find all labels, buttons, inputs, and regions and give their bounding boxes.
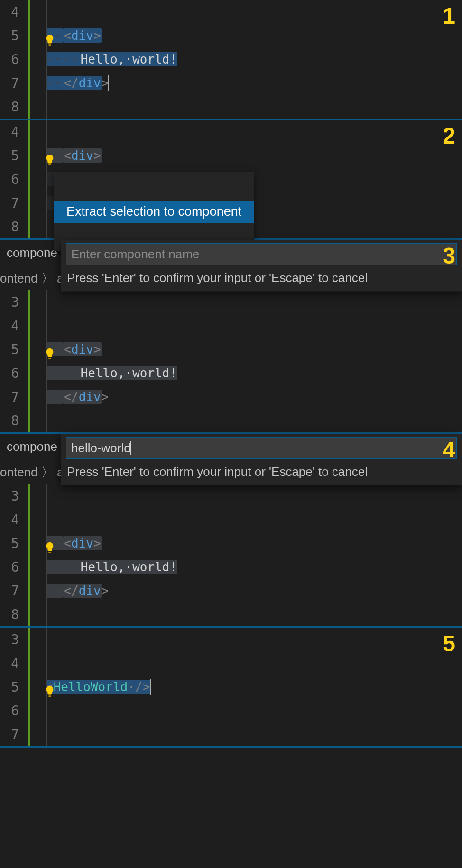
extract-to-component-action[interactable]: Extract selection to component — [54, 201, 254, 223]
text-cursor — [130, 441, 131, 455]
code-editor[interactable]: 3 4 5 6 7 <HelloWorld·/> — [0, 628, 462, 746]
line-number: 3 — [0, 294, 23, 310]
line-number: 5 — [0, 536, 23, 551]
line-number: 5 — [0, 148, 23, 164]
gutter: 3 4 5 6 7 8 — [0, 290, 46, 432]
line-number: 3 — [0, 488, 23, 504]
modified-indicator — [28, 71, 30, 95]
code-editor[interactable]: 4 5 6 7 8 ··<div> ···· Extract selection… — [0, 120, 462, 238]
line-number: 4 — [0, 124, 23, 140]
modified-indicator — [28, 338, 30, 361]
lightbulb-icon[interactable] — [45, 319, 55, 332]
code-area[interactable]: ··<div> ····Hello,·world! ··</div> — [46, 290, 462, 432]
line-number: 4 — [0, 512, 23, 528]
text-cursor — [108, 75, 109, 91]
step-number: 4 — [443, 437, 455, 463]
line-number: 5 — [0, 342, 23, 357]
line-number: 4 — [0, 656, 23, 671]
modified-indicator — [28, 508, 30, 531]
line-number: 8 — [0, 219, 23, 235]
line-number: 8 — [0, 99, 23, 115]
lightbulb-icon[interactable] — [45, 125, 55, 138]
modified-indicator — [28, 314, 30, 338]
modified-indicator — [28, 409, 30, 432]
code-action-menu: Extract selection to component — [54, 172, 254, 251]
modified-indicator — [28, 144, 30, 167]
line-number: 8 — [0, 413, 23, 429]
component-name-input[interactable]: Enter component name — [66, 243, 457, 265]
line-number: 6 — [0, 172, 23, 187]
lightbulb-icon[interactable] — [45, 657, 55, 670]
component-name-input[interactable]: hello-world — [66, 437, 457, 459]
input-hint: Press 'Enter' to confirm your input or '… — [61, 268, 462, 291]
modified-indicator — [28, 603, 30, 626]
modified-indicator — [28, 484, 30, 508]
modified-indicator — [28, 699, 30, 722]
gutter: 4 5 6 7 8 — [0, 120, 46, 238]
line-number: 5 — [0, 28, 23, 44]
line-number: 4 — [0, 4, 23, 20]
modified-indicator — [28, 215, 30, 238]
step-5-panel: 5 3 4 5 6 7 <HelloWorld·/> — [0, 628, 462, 748]
step-number: 3 — [443, 243, 455, 269]
gutter: 4 5 6 7 8 — [0, 0, 46, 119]
modified-indicator — [28, 95, 30, 119]
line-number: 5 — [0, 679, 23, 695]
step-4-panel: 4 compone ontend 〉 a hello-world Press '… — [0, 434, 462, 628]
step-3-panel: 3 compone ontend 〉 a Enter component nam… — [0, 240, 462, 434]
modified-indicator — [28, 120, 30, 144]
gutter: 3 4 5 6 7 8 — [0, 484, 46, 626]
line-number: 6 — [0, 559, 23, 575]
modified-indicator — [28, 167, 30, 191]
modified-indicator — [28, 651, 30, 675]
line-number: 8 — [0, 607, 23, 622]
modified-indicator — [28, 385, 30, 409]
line-number: 7 — [0, 389, 23, 405]
editor-tab[interactable]: compone — [0, 434, 65, 460]
line-number: 4 — [0, 318, 23, 334]
step-number: 5 — [443, 630, 455, 657]
text-cursor — [150, 679, 151, 695]
modified-indicator — [28, 675, 30, 699]
line-number: 7 — [0, 727, 23, 742]
step-number: 1 — [443, 3, 455, 29]
code-area[interactable]: ··<div> ····Hello,·world! ··</div> — [46, 0, 462, 119]
modified-indicator — [28, 722, 30, 746]
line-number: 6 — [0, 703, 23, 719]
modified-indicator — [28, 191, 30, 215]
code-area[interactable]: ··<div> ···· Extract selection to compon… — [46, 120, 462, 238]
modified-indicator — [28, 0, 30, 24]
gutter: 3 4 5 6 7 — [0, 628, 46, 746]
svg-rect-0 — [48, 44, 51, 46]
code-editor[interactable]: 3 4 5 6 7 8 ··<div> ····Hello,·world! ··… — [0, 484, 462, 626]
lightbulb-icon[interactable] — [45, 513, 55, 526]
svg-rect-2 — [48, 358, 51, 359]
modified-indicator — [28, 290, 30, 314]
svg-rect-4 — [48, 695, 51, 697]
line-number: 7 — [0, 583, 23, 599]
command-input-popup: Enter component name Press 'Enter' to co… — [61, 240, 462, 292]
lightbulb-icon[interactable] — [45, 5, 55, 18]
command-input-popup: hello-world Press 'Enter' to confirm you… — [61, 434, 462, 485]
step-number: 2 — [443, 123, 455, 149]
line-number: 3 — [0, 632, 23, 648]
modified-indicator — [28, 47, 30, 71]
svg-rect-1 — [48, 164, 51, 165]
step-1-panel: 1 4 5 6 7 8 ··<div> ····Hello,·world! ··… — [0, 0, 462, 120]
modified-indicator — [28, 579, 30, 603]
input-hint: Press 'Enter' to confirm your input or '… — [61, 462, 462, 485]
code-editor[interactable]: 4 5 6 7 8 ··<div> ····Hello,·world! ··</… — [0, 0, 462, 119]
step-2-panel: 2 4 5 6 7 8 ··<div> ···· Extract selecti… — [0, 120, 462, 240]
code-area[interactable]: ··<div> ····Hello,·world! ··</div> — [46, 484, 462, 626]
modified-indicator — [28, 24, 30, 47]
code-area[interactable]: <HelloWorld·/> — [46, 628, 462, 746]
modified-indicator — [28, 555, 30, 579]
modified-indicator — [28, 361, 30, 385]
line-number: 6 — [0, 365, 23, 381]
svg-rect-3 — [48, 552, 51, 553]
line-number: 7 — [0, 195, 23, 211]
modified-indicator — [28, 628, 30, 651]
modified-indicator — [28, 531, 30, 555]
line-number: 7 — [0, 75, 23, 91]
code-editor[interactable]: 3 4 5 6 7 8 ··<div> ····Hello,·world! ··… — [0, 290, 462, 432]
